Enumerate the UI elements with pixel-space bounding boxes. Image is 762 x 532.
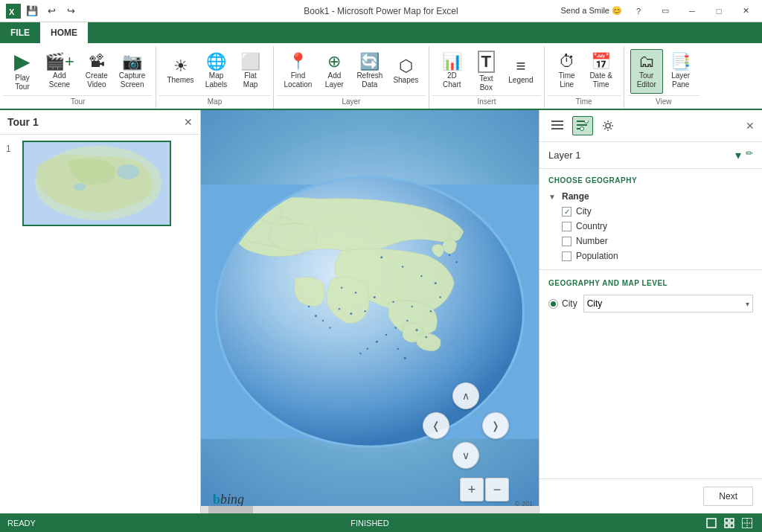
flat-map-button[interactable]: ⬜ FlatMap (234, 49, 267, 94)
capture-screen-button[interactable]: 📷 CaptureScreen (115, 49, 150, 94)
geography-map-level-section: GEOGRAPHY AND MAP LEVEL City City ▾ (540, 269, 762, 327)
tree-item-city: City (562, 204, 753, 219)
zoom-in-button[interactable]: + (460, 478, 484, 501)
map-labels-icon: 🌐 (206, 54, 226, 70)
map-area[interactable]: bbing © 201 ∧ ❬ ❭ ∨ + (201, 110, 539, 513)
minimize-button[interactable]: ─ (682, 2, 702, 20)
geo-option-text: City (587, 298, 603, 309)
ribbon-group-map: ☀ Themes 🌐 MapLabels ⬜ FlatMap Map (156, 46, 273, 109)
svg-point-4 (117, 164, 139, 179)
tour-close-button[interactable]: ✕ (184, 116, 193, 128)
list-item: 1 (6, 141, 194, 226)
layer-dropdown-button[interactable]: ▾ (735, 148, 741, 162)
map-labels-label: MapLabels (205, 71, 227, 89)
tour-panel: Tour 1 ✕ 1 (0, 110, 201, 513)
tour-group-buttons: ▶ PlayTour 🎬+ AddScene 📽 CreateVideo 📷 C… (3, 46, 153, 94)
svg-point-23 (339, 308, 341, 310)
svg-point-28 (385, 334, 388, 336)
add-layer-button[interactable]: ⊕ AddLayer (318, 49, 350, 94)
page-break-button[interactable] (740, 516, 755, 530)
shapes-icon: ⬡ (399, 58, 413, 74)
country-label: Country (576, 221, 607, 231)
status-right-icons (704, 516, 755, 530)
map-labels-button[interactable]: 🌐 MapLabels (200, 49, 233, 94)
maximize-button[interactable]: □ (708, 2, 729, 20)
help-button[interactable]: ? (628, 2, 649, 20)
create-video-button[interactable]: 📽 CreateVideo (80, 49, 113, 94)
2d-chart-button[interactable]: 📊 2DChart (435, 49, 468, 94)
svg-point-17 (392, 301, 394, 303)
legend-icon: ≡ (516, 58, 526, 74)
shapes-label: Shapes (393, 76, 418, 85)
time-line-button[interactable]: ⏱ TimeLine (551, 49, 583, 94)
geo-level-dropdown[interactable]: City ▾ (583, 295, 753, 313)
undo-button[interactable]: ↩ (43, 3, 60, 19)
close-button[interactable]: ✕ (735, 2, 756, 20)
layer-gear-icon-button[interactable] (598, 116, 618, 135)
page-layout-button[interactable] (722, 516, 737, 530)
capture-screen-label: CaptureScreen (119, 71, 146, 89)
population-checkbox[interactable] (562, 251, 572, 261)
svg-point-36 (329, 327, 331, 329)
save-button[interactable]: 💾 (24, 3, 40, 19)
title-bar: X 💾 ↩ ↪ Book1 - Microsoft Power Map for … (0, 0, 762, 22)
legend-button[interactable]: ≡ Legend (504, 49, 537, 94)
add-scene-icon: 🎬+ (45, 54, 74, 70)
play-tour-button[interactable]: ▶ PlayTour (6, 49, 39, 94)
layers-list-icon-button[interactable] (547, 116, 568, 135)
right-panel-close-button[interactable]: ✕ (746, 120, 755, 132)
svg-point-26 (425, 336, 427, 339)
nav-down-button[interactable]: ∨ (452, 442, 479, 469)
layer-pane-label: LayerPane (671, 71, 690, 89)
scene-thumbnail[interactable] (22, 141, 171, 226)
layer-edit-button[interactable]: ✏ (746, 148, 753, 162)
refresh-data-button[interactable]: 🔄 RefreshData (352, 49, 387, 94)
next-button[interactable]: Next (703, 487, 753, 506)
find-location-button[interactable]: 📍 FindLocation (280, 49, 317, 94)
geography-tree: ▼ Range City Country Number (540, 189, 762, 263)
nav-up-button[interactable]: ∧ (452, 382, 479, 409)
map-group-label: Map (159, 95, 269, 109)
tab-home[interactable]: HOME (40, 22, 88, 43)
nav-left-button[interactable]: ❬ (423, 412, 449, 439)
svg-point-29 (376, 341, 378, 343)
send-smile[interactable]: Send a Smile 😊 (561, 6, 622, 16)
text-box-button[interactable]: T TextBox (470, 49, 502, 94)
map-group-buttons: ☀ Themes 🌐 MapLabels ⬜ FlatMap (159, 46, 269, 94)
redo-button[interactable]: ↪ (63, 3, 79, 19)
svg-point-48 (606, 124, 610, 128)
ribbon-toggle-button[interactable]: ▭ (655, 2, 676, 20)
svg-point-32 (397, 348, 400, 350)
themes-label: Themes (167, 76, 193, 85)
svg-rect-50 (725, 519, 729, 522)
add-scene-button[interactable]: 🎬+ AddScene (40, 49, 79, 94)
date-time-button[interactable]: 📅 Date &Time (585, 49, 618, 94)
number-checkbox[interactable] (562, 237, 572, 246)
themes-button[interactable]: ☀ Themes (162, 49, 198, 94)
add-layer-icon: ⊕ (327, 54, 341, 70)
city-checkbox[interactable] (562, 207, 572, 217)
layer-pane-icon: 📑 (670, 54, 691, 70)
svg-point-25 (415, 329, 417, 331)
geo-radio-city[interactable] (548, 299, 558, 309)
tab-file[interactable]: FILE (0, 22, 40, 43)
layer-pane-button[interactable]: 📑 LayerPane (665, 49, 697, 94)
excel-icon: X (6, 4, 21, 19)
text-box-label: TextBox (479, 74, 493, 92)
svg-rect-49 (707, 519, 716, 528)
layer-name: Layer 1 (548, 150, 580, 161)
bing-text: bing (220, 492, 244, 507)
nav-row-middle: ❬ ❭ (423, 412, 509, 439)
country-checkbox[interactable] (562, 222, 572, 231)
tree-toggle-range[interactable]: ▼ (548, 193, 557, 201)
shapes-button[interactable]: ⬡ Shapes (388, 49, 423, 94)
flat-map-icon: ⬜ (240, 54, 260, 70)
nav-right-button[interactable]: ❭ (482, 412, 509, 439)
app-title: Book1 - Microsoft Power Map for Excel (304, 6, 458, 16)
tour-editor-button[interactable]: 🗂 TourEditor (630, 49, 663, 94)
zoom-out-button[interactable]: − (485, 478, 509, 501)
normal-view-button[interactable] (704, 516, 719, 530)
map-scrollbar-horizontal[interactable] (201, 506, 539, 513)
scrollbar-thumb-h[interactable] (208, 506, 253, 513)
layer-settings-icon-button[interactable] (572, 116, 593, 135)
